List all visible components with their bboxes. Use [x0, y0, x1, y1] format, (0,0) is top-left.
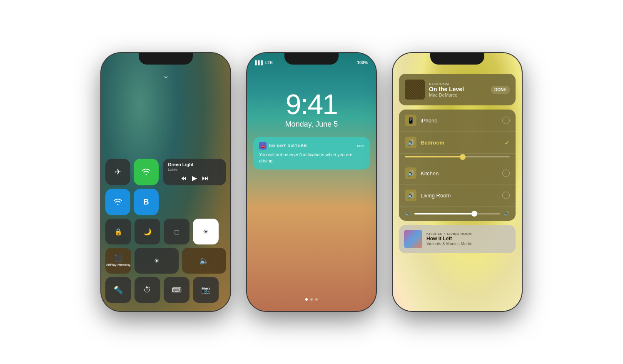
signal-strength: ▌▌▌ LTE — [255, 60, 273, 65]
kitchen-speaker-label: Kitchen — [421, 170, 498, 177]
dot-1 — [305, 298, 308, 301]
page-indicator — [305, 298, 318, 301]
brightness-tile[interactable]: ☀ — [193, 219, 219, 244]
phone-1-control-center: ⌄ ✈ — [101, 53, 230, 311]
done-button[interactable]: DONE — [491, 86, 510, 94]
rotation-lock-button[interactable]: 🔒 — [105, 219, 131, 244]
bedroom-speaker-row[interactable]: 🔊 Bedroom ✓ — [399, 132, 516, 154]
timer-button[interactable]: ⏱ — [135, 277, 160, 303]
living-room-select-circle — [502, 192, 510, 199]
now-playing-title: On the Level — [429, 86, 487, 92]
bedroom-checkmark: ✓ — [504, 139, 510, 147]
kitchen-speaker-row[interactable]: 🔊 Kitchen — [399, 162, 516, 184]
iphone-speaker-row[interactable]: 📱 iPhone — [399, 110, 516, 132]
do-not-disturb-notification[interactable]: 🚗 DO NOT DISTURB now You will not receiv… — [253, 137, 370, 170]
lock-screen: ▌▌▌ LTE 100% 9:41 Monday, June 5 🚗 DO NO… — [247, 53, 376, 311]
status-bar: ▌▌▌ LTE 100% — [247, 55, 376, 65]
calculator-button[interactable]: ⌨ — [164, 277, 189, 303]
airplay-screen: BEDROOM On the Level Mac DeMarco DONE 📱 … — [393, 53, 522, 311]
kitchen-icon: 🔊 — [405, 167, 416, 179]
notification-app-name: DO NOT DISTURB — [269, 144, 307, 148]
screen-mirroring-button[interactable]: ◻ — [164, 219, 189, 244]
brightness-slider-tile[interactable]: ☀ — [135, 248, 179, 274]
music-title: Green Light — [168, 162, 221, 167]
now-playing-artist: Mac DeMarco — [429, 92, 487, 97]
volume-high-icon: 🔊 — [503, 211, 510, 217]
bedroom-icon: 🔊 — [405, 137, 416, 148]
flashlight-button[interactable]: 🔦 — [105, 277, 131, 303]
now-playing-room: BEDROOM — [429, 82, 487, 86]
battery-indicator: 100% — [357, 60, 368, 65]
airplay-label: AirPlay Mirroring — [106, 263, 130, 267]
control-center-screen: ⌄ ✈ — [101, 53, 230, 311]
bedroom-volume-row[interactable] — [399, 154, 516, 162]
prev-track-button[interactable]: ⏮ — [180, 175, 187, 182]
do-not-disturb-button[interactable]: 🌙 — [135, 219, 160, 244]
next-track-button[interactable]: ⏭ — [202, 175, 209, 182]
bedroom-speaker-label: Bedroom — [421, 140, 500, 146]
phone-2-lock-screen: ▌▌▌ LTE 100% 9:41 Monday, June 5 🚗 DO NO… — [247, 53, 376, 311]
album-art — [405, 80, 425, 100]
airplane-mode-button[interactable]: ✈ — [105, 159, 130, 185]
volume-low-icon: 🔈 — [405, 211, 411, 217]
camera-button[interactable]: 📷 — [193, 277, 219, 303]
kitchen-select-circle — [502, 170, 510, 177]
airplay-mirroring-button[interactable]: ⬛ AirPlay Mirroring — [105, 248, 131, 274]
volume-tile[interactable]: 🔈 — [182, 248, 226, 274]
living-room-icon: 🔊 — [405, 189, 416, 201]
speakers-card: 📱 iPhone 🔊 Bedroom ✓ — [399, 110, 516, 221]
lock-screen-time: 9:41 — [286, 90, 337, 118]
bottom-track-artist: Violents & Monica Martin — [426, 242, 511, 246]
living-room-speaker-row[interactable]: 🔊 Living Room — [399, 184, 516, 207]
master-volume-slider[interactable] — [414, 213, 500, 214]
wifi-button-2[interactable] — [105, 189, 130, 215]
dot-2 — [310, 298, 313, 301]
iphone-speaker-label: iPhone — [421, 117, 498, 124]
living-room-speaker-label: Living Room — [421, 192, 498, 199]
swipe-down-chevron[interactable]: ⌄ — [162, 70, 169, 80]
master-volume-row[interactable]: 🔈 🔊 — [399, 207, 516, 221]
bottom-track-title: How It Left — [426, 236, 511, 242]
iphone-icon: 📱 — [405, 115, 416, 126]
notification-body: You will not receive Notifications while… — [259, 152, 364, 165]
play-pause-button[interactable]: ▶ — [192, 174, 197, 182]
bluetooth-button[interactable]: B — [134, 189, 159, 215]
now-playing-card: BEDROOM On the Level Mac DeMarco DONE — [399, 74, 516, 105]
music-tile[interactable]: Green Light Lorde ⏮ ▶ ⏭ — [163, 159, 226, 185]
bedroom-volume-slider[interactable] — [405, 156, 510, 157]
wifi-button[interactable] — [134, 159, 159, 185]
phone-3-airplay: BEDROOM On the Level Mac DeMarco DONE 📱 … — [393, 53, 522, 311]
music-artist: Lorde — [168, 167, 221, 172]
kitchen-living-room-card: KITCHEN + LIVING ROOM How It Left Violen… — [399, 225, 516, 253]
dot-3 — [315, 298, 318, 301]
lock-screen-date: Monday, June 5 — [285, 120, 338, 129]
iphone-select-circle — [502, 117, 510, 124]
notification-app-icon: 🚗 — [259, 142, 267, 150]
notification-time: now — [357, 144, 364, 148]
bottom-album-art — [404, 230, 422, 248]
bottom-room-label: KITCHEN + LIVING ROOM — [426, 232, 511, 236]
